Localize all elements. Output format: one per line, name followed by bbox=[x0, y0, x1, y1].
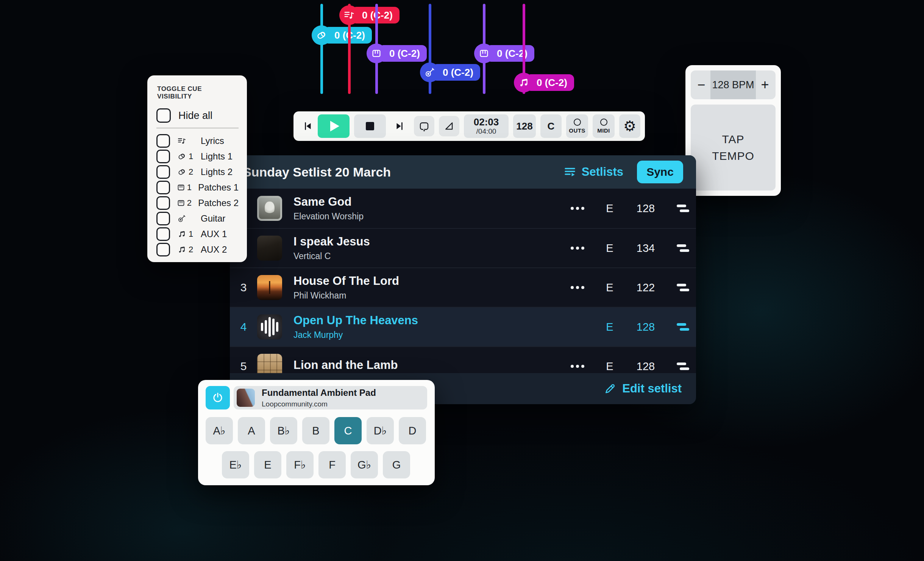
toggle-item-guitar: Guitar bbox=[156, 211, 239, 226]
transport-bar: 02:03 /04:00 128 C OUTS MIDI ⚙ bbox=[293, 111, 645, 141]
pad-key-D[interactable]: D bbox=[399, 417, 426, 444]
pad-panel: Fundamental Ambient Pad Loopcommunity.co… bbox=[198, 380, 435, 485]
song-drag-handle[interactable] bbox=[666, 244, 696, 252]
hide-all-row: Hide all bbox=[156, 107, 239, 124]
skip-back-button[interactable] bbox=[303, 121, 313, 131]
setlist-header: Sunday Setlist 20 March Setlists Sync bbox=[230, 155, 696, 189]
midi-button[interactable]: MIDI bbox=[593, 114, 615, 138]
song-drag-handle[interactable] bbox=[666, 205, 696, 212]
song-title: Lion and the Lamb bbox=[293, 358, 560, 372]
edit-setlist-button[interactable]: Edit setlist bbox=[604, 382, 682, 395]
setlist-panel: Sunday Setlist 20 March Setlists Sync 1S… bbox=[230, 155, 696, 404]
pad-key-Fb[interactable]: F♭ bbox=[286, 451, 314, 478]
song-text: Open Up The HeavensJack Murphy bbox=[293, 314, 560, 340]
lights-1-cue-badge[interactable]: 0 (C-2) bbox=[312, 25, 372, 45]
toggle-checkbox[interactable] bbox=[156, 150, 170, 163]
song-title: House Of The Lord bbox=[293, 274, 560, 288]
toggle-item-label: Patches 2 bbox=[198, 198, 239, 208]
time-display[interactable]: 02:03 /04:00 bbox=[464, 114, 509, 138]
ramp-icon bbox=[443, 120, 455, 132]
song-bpm: 122 bbox=[625, 281, 666, 294]
guitar-cue-badge[interactable]: 0 (C-2) bbox=[420, 63, 480, 82]
song-list: 1Same GodElevation WorshipE1282I speak J… bbox=[230, 189, 696, 386]
pad-key-E[interactable]: E bbox=[254, 451, 281, 478]
time-total: /04:00 bbox=[476, 128, 496, 136]
pad-key-F[interactable]: F bbox=[318, 451, 346, 478]
lyrics-cue-badge[interactable]: 0 (C-2) bbox=[339, 5, 400, 25]
setlists-link[interactable]: Setlists bbox=[563, 165, 623, 179]
song-row-1[interactable]: 1Same GodElevation WorshipE128 bbox=[230, 189, 696, 228]
toggle-item-lyrics: Lyrics bbox=[156, 133, 239, 148]
toggle-checkbox[interactable] bbox=[156, 196, 170, 210]
stop-button[interactable] bbox=[354, 114, 386, 138]
patches-1-cue-badge[interactable]: 0 (C-2) bbox=[367, 44, 427, 63]
song-title: Same God bbox=[293, 195, 560, 209]
song-options-button[interactable] bbox=[560, 365, 595, 368]
toggle-item-label: Lights 2 bbox=[201, 167, 233, 177]
settings-button[interactable]: ⚙ bbox=[619, 114, 640, 138]
loop-button[interactable] bbox=[414, 116, 434, 136]
outs-indicator-icon bbox=[574, 119, 581, 126]
song-options-button[interactable] bbox=[560, 247, 595, 250]
song-drag-handle[interactable] bbox=[666, 363, 696, 370]
toggle-checkbox[interactable] bbox=[156, 243, 170, 256]
toggle-checkbox[interactable] bbox=[156, 165, 170, 179]
song-drag-handle[interactable] bbox=[666, 284, 696, 291]
patches-2-cue-badge[interactable]: 0 (C-2) bbox=[474, 44, 534, 63]
pad-key-Gb[interactable]: G♭ bbox=[351, 451, 378, 478]
toggle-checkbox[interactable] bbox=[156, 134, 170, 148]
pencil-icon bbox=[604, 382, 617, 395]
song-key: E bbox=[595, 242, 625, 255]
bpm-plus-button[interactable]: + bbox=[754, 70, 776, 99]
loop-icon bbox=[418, 120, 430, 132]
pad-key-Ab[interactable]: A♭ bbox=[206, 417, 233, 444]
toggle-checkbox[interactable] bbox=[156, 227, 170, 241]
song-drag-handle[interactable] bbox=[666, 323, 696, 331]
pad-key-Bb[interactable]: B♭ bbox=[270, 417, 297, 444]
pad-key-B[interactable]: B bbox=[302, 417, 329, 444]
time-current: 02:03 bbox=[474, 117, 499, 128]
pad-key-G[interactable]: G bbox=[383, 451, 410, 478]
outs-button[interactable]: OUTS bbox=[566, 114, 588, 138]
pad-key-Eb[interactable]: E♭ bbox=[222, 451, 249, 478]
pad-power-button[interactable] bbox=[206, 386, 230, 409]
midi-indicator-icon bbox=[600, 119, 607, 126]
tempo-button[interactable]: 128 bbox=[513, 114, 536, 138]
power-icon bbox=[212, 392, 224, 404]
toggle-checkbox[interactable] bbox=[156, 212, 170, 225]
toggle-item-aux-1: 1AUX 1 bbox=[156, 226, 239, 242]
toggle-checkbox[interactable] bbox=[156, 181, 170, 194]
hide-all-checkbox[interactable] bbox=[156, 108, 171, 123]
song-key: E bbox=[595, 321, 625, 333]
toggle-item-lights-1: 1Lights 1 bbox=[156, 148, 239, 164]
song-options-button[interactable] bbox=[560, 286, 595, 289]
ramp-button[interactable] bbox=[439, 116, 459, 136]
tap-tempo-button[interactable]: TAP TEMPO bbox=[691, 105, 776, 191]
song-title: I speak Jesus bbox=[293, 235, 560, 248]
pad-key-A[interactable]: A bbox=[238, 417, 265, 444]
toggle-item-label: Lights 1 bbox=[201, 151, 233, 162]
song-row-2[interactable]: 2I speak JesusVertical CE134 bbox=[230, 228, 696, 267]
toggle-item-label: Guitar bbox=[201, 213, 225, 224]
skip-forward-button[interactable] bbox=[394, 121, 405, 131]
pad-key-Db[interactable]: D♭ bbox=[367, 417, 394, 444]
aux-cue-badge[interactable]: 0 (C-2) bbox=[514, 73, 574, 92]
pad-key-row-1: A♭AB♭BCD♭D bbox=[206, 417, 427, 444]
pad-selector[interactable]: Fundamental Ambient Pad Loopcommunity.co… bbox=[234, 386, 427, 409]
song-options-button[interactable] bbox=[560, 207, 595, 210]
toggle-cue-visibility-panel: TOGGLE CUE VISIBILITY Hide all Lyrics1Li… bbox=[147, 75, 247, 262]
bpm-minus-button[interactable]: − bbox=[691, 70, 712, 99]
key-button[interactable]: C bbox=[540, 114, 562, 138]
song-title: Open Up The Heavens bbox=[293, 314, 560, 327]
song-bpm: 128 bbox=[625, 360, 666, 373]
play-button[interactable] bbox=[318, 114, 350, 138]
setlists-label: Setlists bbox=[582, 165, 623, 179]
pad-album-art bbox=[237, 389, 255, 407]
song-row-4[interactable]: 4Open Up The HeavensJack MurphyE128 bbox=[230, 307, 696, 346]
song-artist: Elevation Worship bbox=[293, 211, 560, 222]
pad-key-C[interactable]: C bbox=[334, 417, 362, 444]
song-row-3[interactable]: 3House Of The LordPhil WickhamE122 bbox=[230, 267, 696, 307]
sync-button[interactable]: Sync bbox=[637, 161, 683, 183]
song-bpm: 128 bbox=[625, 202, 666, 215]
keys-icon bbox=[176, 183, 186, 192]
